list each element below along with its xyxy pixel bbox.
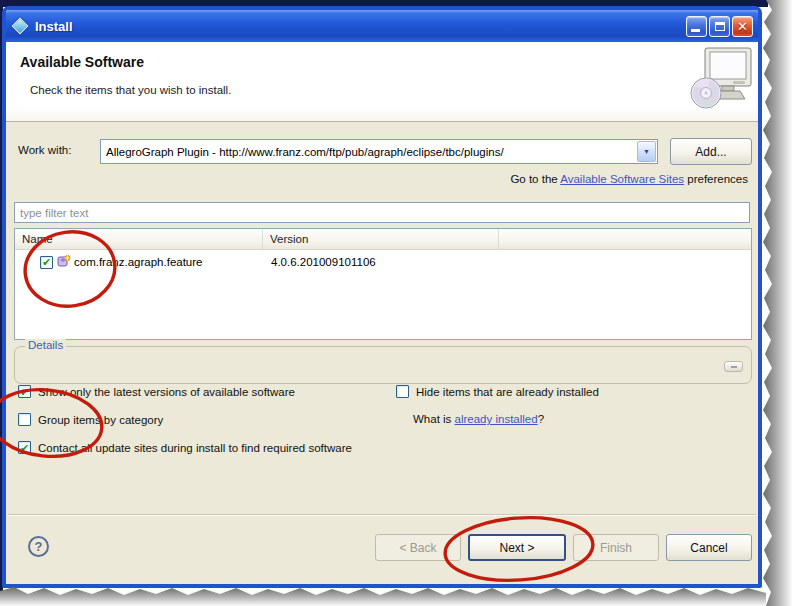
back-button[interactable]: < Back	[375, 534, 461, 561]
close-icon: ✕	[737, 20, 748, 33]
table-header: Name Version	[15, 229, 751, 250]
work-with-value[interactable]	[101, 140, 636, 163]
wizard-header: Available Software Check the items that …	[6, 42, 758, 122]
group-by-category-checkbox[interactable]	[18, 413, 31, 426]
details-label: Details	[25, 339, 66, 351]
feature-version: 4.0.6.201009101106	[263, 256, 499, 268]
next-button[interactable]: Next >	[468, 534, 566, 561]
wizard-buttons: < Back Next > Finish Cancel	[375, 534, 752, 561]
option-hide-installed[interactable]: Hide items that are already installed	[396, 385, 599, 398]
what-is-prefix: What is	[413, 413, 455, 425]
install-dialog: Install ✕ Available Software Check the i…	[2, 6, 762, 588]
already-installed-link[interactable]: already installed	[455, 413, 538, 425]
what-is-installed-line: What is already installed?	[413, 413, 544, 425]
what-is-suffix: ?	[538, 413, 544, 425]
sites-suffix: preferences	[684, 173, 748, 185]
table-row[interactable]: ✔ com.franz.agraph.feature 4.0.6.2010091…	[15, 252, 751, 272]
column-header-name[interactable]: Name	[15, 229, 263, 249]
details-expand-button[interactable]	[724, 361, 743, 372]
show-latest-label: Show only the latest versions of availab…	[38, 386, 295, 398]
footer-separator	[8, 514, 756, 516]
torn-edge-bottom	[0, 585, 766, 606]
install-wizard-icon	[11, 17, 29, 35]
torn-edge-right	[760, 0, 792, 606]
column-header-version[interactable]: Version	[263, 229, 499, 249]
page-subtitle: Check the items that you wish to install…	[30, 84, 231, 96]
dialog-body: Available Software Check the items that …	[6, 42, 758, 584]
minimize-button[interactable]	[686, 16, 707, 37]
hide-installed-checkbox[interactable]	[396, 385, 409, 398]
cancel-button[interactable]: Cancel	[666, 534, 752, 561]
window-title: Install	[35, 19, 680, 34]
page-title: Available Software	[20, 54, 144, 70]
available-software-sites-link[interactable]: Available Software Sites	[560, 173, 684, 185]
software-sites-line: Go to the Available Software Sites prefe…	[510, 173, 748, 185]
feature-name: com.franz.agraph.feature	[74, 256, 203, 268]
option-group-by-category[interactable]: Group items by category	[18, 413, 163, 426]
group-by-category-label: Group items by category	[38, 414, 163, 426]
row-checkbox[interactable]: ✔	[40, 256, 53, 269]
wizard-content: Work with: ▼ Add... Go to the Available …	[6, 122, 758, 584]
install-monitor-cd-icon	[689, 45, 755, 121]
maximize-icon	[715, 22, 725, 31]
finish-button[interactable]: Finish	[573, 534, 659, 561]
contact-sites-checkbox[interactable]: ✔	[18, 441, 31, 454]
close-button[interactable]: ✕	[732, 16, 753, 37]
option-show-latest[interactable]: ✔ Show only the latest versions of avail…	[18, 385, 295, 398]
titlebar[interactable]: Install ✕	[6, 10, 758, 42]
chevron-down-icon: ▼	[643, 148, 650, 155]
minimize-icon	[691, 29, 700, 32]
work-with-combobox[interactable]: ▼	[100, 139, 658, 164]
sites-prefix: Go to the	[510, 173, 560, 185]
maximize-button[interactable]	[709, 16, 730, 37]
column-header-blank	[499, 229, 751, 249]
filter-input[interactable]	[14, 202, 750, 223]
details-group: Details	[14, 346, 752, 384]
feature-icon	[56, 254, 71, 271]
help-button[interactable]: ?	[28, 536, 49, 557]
contact-sites-label: Contact all update sites during install …	[38, 442, 352, 454]
hide-installed-label: Hide items that are already installed	[416, 386, 599, 398]
show-latest-checkbox[interactable]: ✔	[18, 385, 31, 398]
option-contact-sites[interactable]: ✔ Contact all update sites during instal…	[18, 441, 352, 454]
combo-dropdown-button[interactable]: ▼	[637, 141, 656, 162]
work-with-label: Work with:	[18, 144, 71, 156]
software-table: Name Version ✔	[14, 228, 752, 340]
add-button[interactable]: Add...	[670, 138, 752, 165]
